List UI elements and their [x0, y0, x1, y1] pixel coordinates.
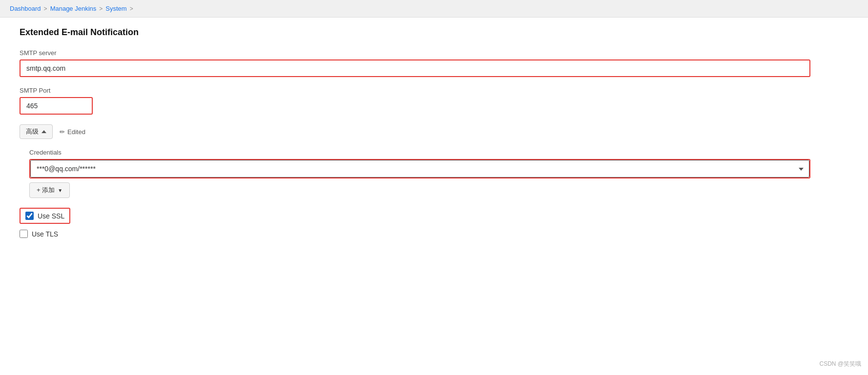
breadcrumb-dashboard[interactable]: Dashboard — [10, 5, 41, 12]
use-ssl-label: Use SSL — [38, 212, 64, 220]
credentials-select[interactable]: ***0@qq.com/****** — [30, 160, 809, 178]
advanced-button[interactable]: 高级 — [20, 124, 53, 139]
breadcrumb-sep-2: > — [99, 5, 103, 12]
use-tls-checkbox[interactable] — [20, 230, 28, 238]
credentials-label: Credentials — [29, 149, 810, 156]
smtp-server-group: SMTP server — [20, 49, 810, 77]
use-tls-row: Use TLS — [20, 230, 810, 238]
ssl-checkbox-wrapper: Use SSL — [20, 208, 70, 224]
pencil-icon: ✏ — [60, 128, 65, 136]
edited-badge: ✏ Edited — [60, 128, 85, 136]
edited-label: Edited — [67, 128, 85, 136]
add-button-label: + 添加 — [37, 186, 55, 195]
advanced-row: 高级 ✏ Edited — [20, 124, 810, 139]
smtp-port-group: SMTP Port — [20, 87, 810, 115]
add-button[interactable]: + 添加 ▼ — [29, 182, 70, 198]
credentials-section: Credentials ***0@qq.com/****** + 添加 ▼ — [29, 149, 810, 198]
use-tls-label: Use TLS — [32, 230, 58, 238]
use-ssl-row: Use SSL — [20, 208, 810, 224]
main-content: Extended E-mail Notification SMTP server… — [0, 18, 830, 254]
section-title: Extended E-mail Notification — [20, 27, 810, 38]
breadcrumb-sep-1: > — [44, 5, 47, 12]
smtp-server-input[interactable] — [20, 59, 810, 77]
smtp-server-label: SMTP server — [20, 49, 810, 57]
dropdown-arrow-icon: ▼ — [58, 188, 62, 193]
breadcrumb-manage-jenkins[interactable]: Manage Jenkins — [50, 5, 97, 12]
credentials-select-wrapper: ***0@qq.com/****** — [29, 159, 810, 178]
advanced-button-label: 高级 — [26, 127, 39, 136]
breadcrumb-sep-3: > — [130, 5, 133, 12]
breadcrumb-system[interactable]: System — [105, 5, 126, 12]
smtp-port-input[interactable] — [20, 97, 93, 115]
use-ssl-checkbox[interactable] — [25, 212, 34, 220]
chevron-up-icon — [41, 130, 46, 133]
breadcrumb: Dashboard > Manage Jenkins > System > — [0, 0, 868, 18]
smtp-port-label: SMTP Port — [20, 87, 810, 94]
